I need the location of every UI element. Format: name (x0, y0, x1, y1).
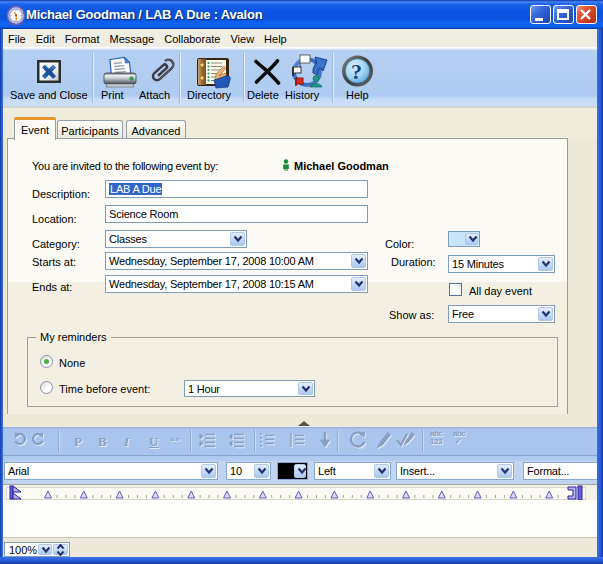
svg-text:?: ? (351, 59, 362, 84)
